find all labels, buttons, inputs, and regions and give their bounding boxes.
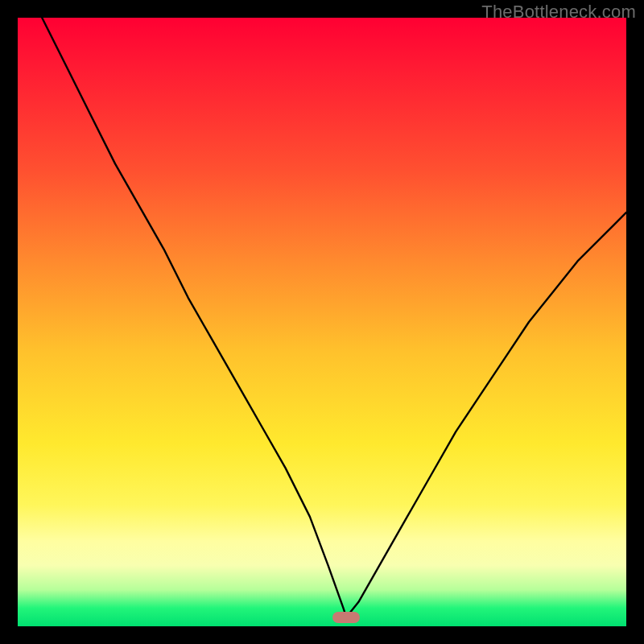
watermark-text: TheBottleneck.com — [481, 2, 636, 23]
optimum-marker — [332, 612, 360, 623]
plot-area — [18, 18, 626, 626]
chart-frame: TheBottleneck.com — [0, 0, 644, 644]
bottleneck-curve — [18, 18, 626, 626]
